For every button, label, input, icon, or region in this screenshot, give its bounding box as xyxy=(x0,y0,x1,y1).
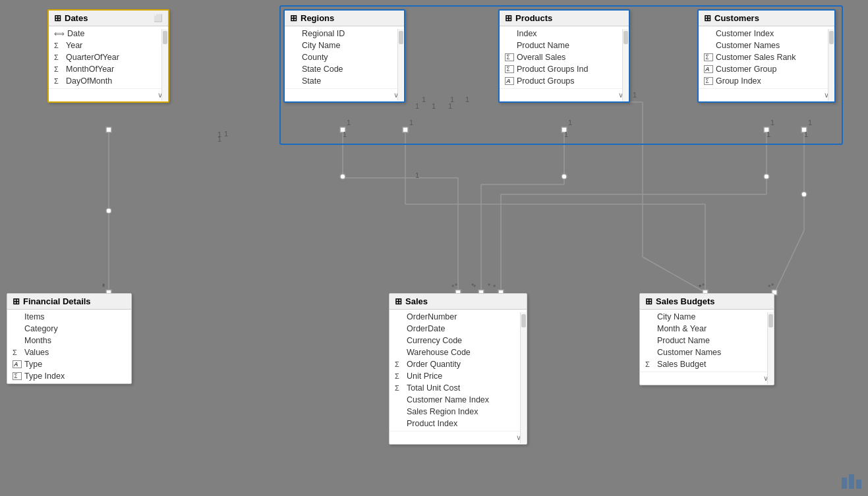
customers-table[interactable]: ⊞ Customers Customer Index Customer Name… xyxy=(697,9,836,103)
field-sb-city-name: City Name xyxy=(640,311,774,323)
customers-table-icon: ⊞ xyxy=(704,13,711,23)
svg-text:1: 1 xyxy=(224,130,228,138)
svg-rect-56 xyxy=(856,480,861,489)
text-icon: A xyxy=(505,77,514,85)
field-state-code: State Code xyxy=(285,63,404,75)
rel-label-sb-star1: * xyxy=(702,282,705,290)
dates-collapse-icon[interactable]: ⬜ xyxy=(154,14,163,22)
field-customer-name-index: Customer Name Index xyxy=(390,394,527,406)
products-scrollbar-thumb xyxy=(623,31,628,44)
products-scrollbar[interactable] xyxy=(622,29,628,101)
rel-label-mid-1a: 1 xyxy=(415,102,419,110)
sales-scrollbar[interactable] xyxy=(520,312,526,443)
regions-scrollbar-thumb xyxy=(399,31,403,44)
field-values: Σ Values xyxy=(7,346,131,358)
svg-text:1: 1 xyxy=(415,171,419,179)
products-table[interactable]: ⊞ Products Index Product Name Σ̄ Overall… xyxy=(498,9,630,103)
sales-budgets-chevron[interactable]: ∨ xyxy=(640,372,774,385)
sum-icon: Σ xyxy=(395,360,404,368)
dates-chevron[interactable]: ∨ xyxy=(49,88,168,101)
svg-rect-55 xyxy=(849,474,854,489)
financial-details-header: ⊞ Financial Details xyxy=(7,294,131,310)
svg-text:1: 1 xyxy=(465,96,469,103)
field-months: Months xyxy=(7,335,131,346)
dates-table[interactable]: ⊞ Dates ⬜ ⟺ Date Σ Year Σ QuarterOfYear … xyxy=(47,9,169,103)
text-icon: A xyxy=(704,65,713,73)
sales-budgets-table[interactable]: ⊞ Sales Budgets City Name Month & Year P… xyxy=(639,293,774,385)
dates-fields: ⟺ Date Σ Year Σ QuarterOfYear Σ MonthOfY… xyxy=(49,26,168,88)
products-chevron[interactable]: ∨ xyxy=(500,88,629,101)
rel-label-regions-1: 1 xyxy=(343,130,347,138)
key-icon: ⟺ xyxy=(54,30,65,38)
rel-label-products-1: 1 xyxy=(564,130,568,138)
text-icon: A xyxy=(13,360,22,368)
svg-text:1: 1 xyxy=(808,119,812,126)
regions-fields: Regional ID City Name County State Code … xyxy=(285,26,404,88)
sales-budgets-icon: ⊞ xyxy=(645,296,652,306)
watermark xyxy=(842,474,861,491)
sum-icon: Σ xyxy=(54,41,63,49)
sales-table-header: ⊞ Sales xyxy=(390,294,527,310)
field-type: A Type xyxy=(7,358,131,370)
sum-icon-3: Σ xyxy=(395,384,404,392)
field-order-quantity: Σ Order Quantity xyxy=(390,358,527,370)
sum-icon-2: Σ xyxy=(54,53,63,61)
dates-scrollbar-thumb xyxy=(163,31,167,44)
svg-text:*: * xyxy=(493,283,496,291)
customers-scrollbar[interactable] xyxy=(828,29,834,101)
img-icon: Σ̄ xyxy=(505,53,514,61)
field-monthofyear-label: MonthOfYear xyxy=(66,65,114,74)
rel-label-dates-1: 1 xyxy=(217,130,221,138)
svg-point-52 xyxy=(764,174,769,179)
dates-table-title: Dates xyxy=(65,13,88,23)
customers-table-header: ⊞ Customers xyxy=(699,11,834,26)
sum-icon-4: Σ xyxy=(54,77,63,85)
sales-budgets-scrollbar[interactable] xyxy=(767,312,773,384)
rel-label-mid-1c: 1 xyxy=(448,102,452,110)
products-table-icon: ⊞ xyxy=(505,13,512,23)
svg-text:1: 1 xyxy=(770,119,774,126)
dates-scrollbar[interactable] xyxy=(161,29,167,101)
sales-scrollbar-thumb xyxy=(521,314,526,327)
rel-label-cust2-1: 1 xyxy=(804,130,808,138)
field-customer-names: Customer Names xyxy=(699,40,834,51)
field-sales-region-index: Sales Region Index xyxy=(390,406,527,418)
regions-table-title: Regions xyxy=(301,13,334,23)
field-warehouse-code: Warehouse Code xyxy=(390,346,527,358)
field-overall-sales: Σ̄ Overall Sales xyxy=(500,51,629,63)
products-fields: Index Product Name Σ̄ Overall Sales Σ̄ P… xyxy=(500,26,629,88)
rel-label-fd-star: * xyxy=(102,282,105,290)
sales-chevron[interactable]: ∨ xyxy=(390,431,527,444)
svg-point-49 xyxy=(106,208,111,213)
financial-details-icon: ⊞ xyxy=(13,296,20,306)
sales-table[interactable]: ⊞ Sales OrderNumber OrderDate Currency C… xyxy=(389,293,527,445)
dates-table-header: ⊞ Dates ⬜ xyxy=(49,11,168,26)
regions-scrollbar[interactable] xyxy=(397,29,403,101)
regions-table[interactable]: ⊞ Regions Regional ID City Name County S… xyxy=(283,9,405,103)
svg-point-53 xyxy=(801,192,807,197)
sum-icon: Σ xyxy=(13,348,22,356)
products-table-header: ⊞ Products xyxy=(500,11,629,26)
financial-details-table[interactable]: ⊞ Financial Details Items Category Month… xyxy=(7,293,132,384)
field-customer-sales-rank: Σ̄ Customer Sales Rank xyxy=(699,51,834,63)
regions-table-icon: ⊞ xyxy=(290,13,297,23)
field-group-index: Σ̄ Group Index xyxy=(699,75,834,87)
field-regional-id: Regional ID xyxy=(285,28,404,40)
svg-text:1: 1 xyxy=(422,96,426,103)
field-total-unit-cost: Σ Total Unit Cost xyxy=(390,382,527,394)
customers-chevron[interactable]: ∨ xyxy=(699,88,834,101)
rel-label-mid-1b: 1 xyxy=(432,102,436,110)
field-quarterofyear: Σ QuarterOfYear xyxy=(49,51,168,63)
svg-rect-36 xyxy=(403,127,408,132)
field-product-groups: A Product Groups xyxy=(500,75,629,87)
sum-icon: Σ xyxy=(645,360,654,368)
sales-budgets-title: Sales Budgets xyxy=(656,296,715,306)
field-dayofmonth: Σ DayOfMonth xyxy=(49,75,168,87)
field-sb-product-name: Product Name xyxy=(640,335,774,346)
field-county: County xyxy=(285,51,404,63)
field-unit-price: Σ Unit Price xyxy=(390,370,527,382)
rel-label-sales-star2: * xyxy=(471,282,474,290)
field-quarterofyear-label: QuarterOfYear xyxy=(66,53,119,62)
regions-chevron[interactable]: ∨ xyxy=(285,88,404,101)
svg-line-19 xyxy=(643,257,707,293)
